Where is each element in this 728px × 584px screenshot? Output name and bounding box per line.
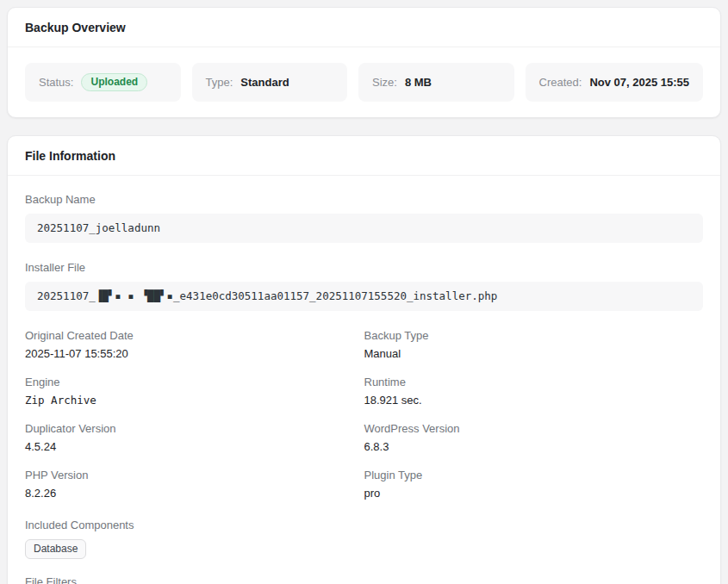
file-information-card: File Information Backup Name 20251107_jo… bbox=[7, 135, 721, 584]
included-components-field: Included Components Database bbox=[25, 519, 703, 559]
backup-name-value: 20251107_joelladunn bbox=[25, 214, 703, 243]
detail-engine: Engine Zip Archive bbox=[25, 376, 364, 407]
backup-name-label: Backup Name bbox=[25, 193, 703, 206]
overview-stats-row: Status: Uploaded Type: Standard Size: 8 … bbox=[8, 47, 720, 117]
detail-label: WordPress Version bbox=[364, 422, 704, 435]
stat-created-value: Nov 07, 2025 15:55 bbox=[589, 76, 689, 89]
detail-label: Backup Type bbox=[364, 329, 704, 342]
file-information-header: File Information bbox=[8, 136, 720, 176]
detail-value: 2025-11-07 15:55:20 bbox=[25, 347, 364, 360]
file-filters-field: File Filters Enabled: No bbox=[25, 575, 703, 584]
detail-label: Runtime bbox=[364, 376, 704, 388]
stat-status: Status: Uploaded bbox=[25, 63, 181, 102]
file-information-title: File Information bbox=[25, 149, 703, 163]
detail-value: Manual bbox=[364, 347, 704, 360]
detail-label: Original Created Date bbox=[25, 329, 364, 342]
detail-value: 4.5.24 bbox=[25, 440, 364, 453]
stat-type: Type: Standard bbox=[192, 63, 348, 102]
backup-overview-title: Backup Overview bbox=[25, 21, 703, 34]
detail-duplicator-version: Duplicator Version 4.5.24 bbox=[25, 422, 364, 453]
detail-runtime: Runtime 18.921 sec. bbox=[364, 376, 704, 407]
stat-type-value: Standard bbox=[240, 76, 289, 89]
stat-created: Created: Nov 07, 2025 15:55 bbox=[526, 63, 704, 102]
detail-label: PHP Version bbox=[25, 469, 364, 481]
details-grid: Original Created Date 2025-11-07 15:55:2… bbox=[25, 329, 703, 500]
detail-label: Plugin Type bbox=[364, 469, 704, 481]
detail-backup-type: Backup Type Manual bbox=[364, 329, 704, 360]
stat-type-label: Type: bbox=[206, 76, 233, 89]
detail-wordpress-version: WordPress Version 6.8.3 bbox=[364, 422, 704, 453]
detail-value: 8.2.26 bbox=[25, 487, 364, 500]
detail-php-version: PHP Version 8.2.26 bbox=[25, 469, 364, 500]
backup-overview-card: Backup Overview Status: Uploaded Type: S… bbox=[7, 7, 721, 118]
status-badge: Uploaded bbox=[81, 73, 147, 91]
stat-size-label: Size: bbox=[372, 76, 397, 89]
installer-file-value: 20251107_▐█▘▪ ▪ ▝██▘▪_e431e0cd30511aa011… bbox=[25, 282, 703, 311]
file-information-body: Backup Name 20251107_joelladunn Installe… bbox=[8, 176, 720, 584]
stat-created-label: Created: bbox=[539, 76, 582, 89]
detail-label: Engine bbox=[25, 376, 364, 388]
detail-plugin-type: Plugin Type pro bbox=[364, 469, 704, 500]
installer-file-field: Installer File 20251107_▐█▘▪ ▪ ▝██▘▪_e43… bbox=[25, 261, 703, 311]
page: Backup Overview Status: Uploaded Type: S… bbox=[0, 0, 728, 584]
detail-original-created-date: Original Created Date 2025-11-07 15:55:2… bbox=[25, 329, 364, 360]
backup-overview-header: Backup Overview bbox=[8, 8, 720, 47]
backup-name-field: Backup Name 20251107_joelladunn bbox=[25, 193, 703, 243]
detail-value: 18.921 sec. bbox=[364, 394, 704, 407]
included-components-label: Included Components bbox=[25, 519, 703, 531]
detail-value: 6.8.3 bbox=[364, 440, 704, 453]
file-filters-label: File Filters bbox=[25, 575, 703, 584]
stat-status-label: Status: bbox=[39, 76, 73, 89]
detail-value: pro bbox=[364, 487, 704, 500]
installer-file-label: Installer File bbox=[25, 261, 703, 274]
detail-value: Zip Archive bbox=[25, 394, 364, 407]
detail-label: Duplicator Version bbox=[25, 422, 364, 435]
stat-size: Size: 8 MB bbox=[358, 63, 514, 102]
stat-size-value: 8 MB bbox=[405, 76, 432, 89]
component-badge-database: Database bbox=[25, 539, 86, 559]
